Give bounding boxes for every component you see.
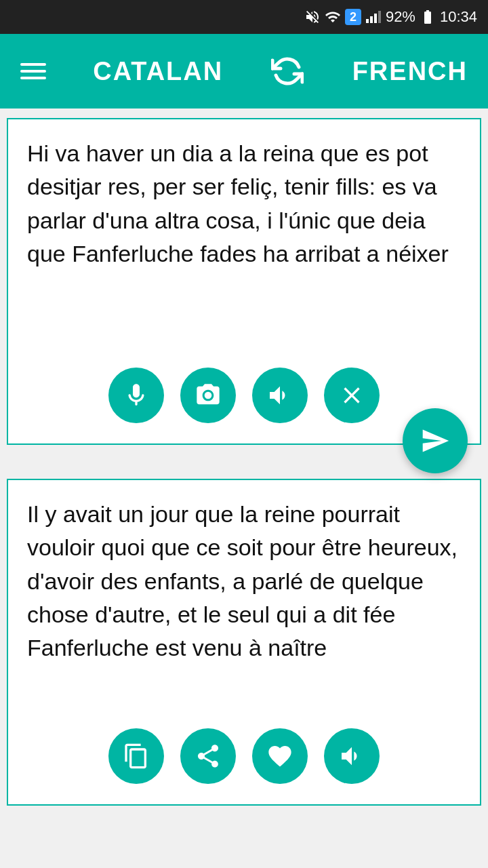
share-button[interactable] [180,728,236,784]
clock: 10:34 [440,8,477,26]
send-button-wrapper [403,408,468,473]
speaker-button-source[interactable] [252,368,308,423]
translate-send-button[interactable] [403,408,468,473]
source-language-label[interactable]: CATALAN [93,57,223,86]
notification-badge: 2 [345,9,361,25]
target-language-label[interactable]: FRENCH [352,57,468,86]
target-panel: Il y avait un jour que la reine pourrait… [7,479,481,806]
camera-button[interactable] [180,368,236,423]
favorite-button[interactable] [252,728,308,784]
svg-rect-3 [378,11,381,23]
svg-rect-2 [374,14,377,23]
status-bar: 2 92% 10:34 [0,0,488,34]
target-actions [27,728,461,791]
source-actions [27,368,461,430]
source-text[interactable]: Hi va haver un dia a la reina que es pot… [27,137,461,354]
swap-languages-button[interactable] [270,54,305,89]
navbar: CATALAN FRENCH [0,34,488,108]
speaker-button-target[interactable] [324,728,380,784]
copy-button[interactable] [108,728,164,784]
battery-level: 92% [386,8,415,26]
menu-button[interactable] [20,63,46,79]
panels-container: Hi va haver un dia a la reina que es pot… [0,118,488,806]
microphone-button[interactable] [108,368,164,423]
status-icons: 2 92% 10:34 [304,8,477,26]
clear-button[interactable] [324,368,380,423]
target-text[interactable]: Il y avait un jour que la reine pourrait… [27,498,461,715]
source-panel: Hi va haver un dia a la reina que es pot… [7,118,481,445]
svg-rect-0 [366,19,369,23]
svg-rect-1 [370,16,373,23]
